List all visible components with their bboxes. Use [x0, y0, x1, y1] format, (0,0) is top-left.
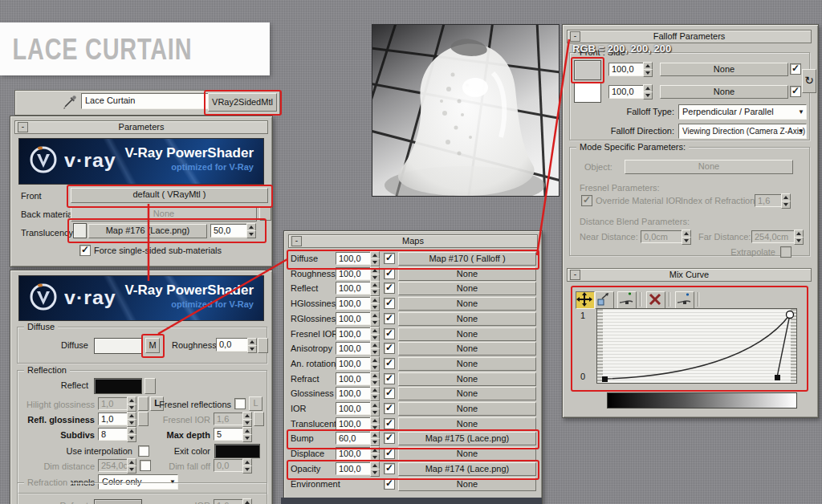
- maps-enable-checkbox[interactable]: [384, 433, 395, 444]
- falloff-front-map-button[interactable]: None: [660, 63, 788, 76]
- swap-colors-button[interactable]: ↻: [802, 69, 816, 93]
- maps-map-button[interactable]: Map #174 (Lace.png): [398, 462, 536, 476]
- maps-amount-field[interactable]: 100,0: [336, 342, 374, 355]
- maps-amount-field[interactable]: 100,0: [336, 297, 374, 310]
- far-distance-spinner[interactable]: [794, 230, 804, 244]
- parameters-rollout-header[interactable]: - Parameters: [14, 120, 268, 134]
- refl-glossiness-field[interactable]: 1,0: [98, 413, 131, 425]
- maps-enable-checkbox[interactable]: [384, 328, 395, 339]
- maps-map-button[interactable]: None: [398, 387, 536, 400]
- falloff-side-amount[interactable]: 100,0: [608, 85, 647, 99]
- maps-enable-checkbox[interactable]: [384, 388, 395, 399]
- maps-enable-checkbox[interactable]: [384, 253, 395, 264]
- maps-map-button[interactable]: None: [398, 312, 536, 326]
- maps-enable-checkbox[interactable]: [384, 418, 395, 429]
- maps-amount-field[interactable]: 100,0: [336, 252, 374, 265]
- fresnel-ior-field[interactable]: 1,6: [214, 413, 246, 425]
- maps-enable-checkbox[interactable]: [384, 268, 395, 279]
- far-distance-field[interactable]: 254,0cm: [751, 230, 798, 243]
- maps-amount-spinner[interactable]: [370, 311, 380, 326]
- fresnel-ior-spinner[interactable]: [242, 412, 252, 426]
- scale-point-icon[interactable]: [595, 291, 614, 309]
- maps-map-button[interactable]: Map #175 (Lace.png): [398, 432, 536, 445]
- maps-amount-spinner[interactable]: [370, 296, 380, 311]
- maps-amount-spinner[interactable]: [370, 446, 380, 461]
- maps-amount-spinner[interactable]: [370, 372, 380, 386]
- add-point-icon[interactable]: [617, 291, 637, 309]
- max-depth-spinner[interactable]: [242, 427, 252, 441]
- roughness-map-mini-button[interactable]: [258, 338, 268, 353]
- maps-map-button[interactable]: None: [398, 297, 536, 311]
- maps-amount-field[interactable]: 100,0: [336, 372, 374, 385]
- maps-map-button[interactable]: None: [398, 372, 536, 386]
- fresnel-reflections-checkbox[interactable]: [234, 398, 246, 409]
- maps-map-button[interactable]: None: [398, 357, 536, 371]
- translucency-amount-field[interactable]: 50,0: [210, 224, 247, 238]
- maps-map-button[interactable]: None: [398, 402, 536, 416]
- use-interpolation-checkbox[interactable]: [138, 445, 149, 457]
- reflect-color-swatch[interactable]: [94, 378, 142, 394]
- maps-map-button[interactable]: None: [398, 267, 536, 281]
- maps-amount-field[interactable]: 100,0: [336, 282, 374, 295]
- front-material-button[interactable]: default ( VRayMtl ): [71, 188, 268, 203]
- subdivs-spinner[interactable]: [127, 427, 136, 441]
- maps-amount-spinner[interactable]: [370, 266, 380, 281]
- diffuse-color-swatch[interactable]: [94, 338, 142, 354]
- maps-amount-field[interactable]: 100,0: [336, 327, 374, 340]
- maps-map-button[interactable]: None: [398, 342, 536, 356]
- collapse-icon[interactable]: -: [570, 270, 580, 280]
- maps-enable-checkbox[interactable]: [384, 403, 395, 414]
- roughness-field[interactable]: 0,0: [216, 338, 251, 352]
- delete-point-icon[interactable]: [646, 291, 665, 309]
- collapse-icon[interactable]: -: [570, 31, 580, 42]
- falloff-front-amount[interactable]: 100,0: [608, 63, 647, 76]
- maps-enable-checkbox[interactable]: [384, 298, 395, 309]
- refract-color-swatch[interactable]: [94, 499, 142, 504]
- extrapolate-checkbox[interactable]: [780, 246, 791, 258]
- reflect-map-mini-button[interactable]: [144, 378, 156, 394]
- maps-amount-field[interactable]: 100,0: [336, 387, 374, 400]
- translucency-map-button[interactable]: Map #176 (Lace.png): [88, 224, 207, 238]
- maps-enable-checkbox[interactable]: [384, 463, 395, 474]
- maps-enable-checkbox[interactable]: [384, 358, 395, 369]
- maps-enable-checkbox[interactable]: [384, 373, 395, 384]
- falloff-front-checkbox[interactable]: [790, 63, 801, 75]
- maps-amount-field[interactable]: 100,0: [336, 357, 374, 370]
- dim-falloff-spinner[interactable]: [242, 458, 252, 473]
- near-distance-spinner[interactable]: [682, 230, 691, 244]
- maps-map-button[interactable]: Map #170 ( Falloff ): [398, 252, 536, 266]
- maps-amount-field[interactable]: 100,0: [336, 417, 374, 430]
- dim-distance-field[interactable]: 254,0c: [98, 459, 131, 472]
- refl-glossiness-spinner[interactable]: [127, 412, 136, 426]
- maps-amount-spinner[interactable]: [370, 417, 380, 431]
- refraction-ior-field[interactable]: 1,6: [214, 499, 246, 504]
- maps-map-button[interactable]: None: [398, 282, 536, 295]
- falloff-side-checkbox[interactable]: [790, 86, 801, 97]
- refraction-ior-spinner[interactable]: [242, 498, 252, 504]
- hilight-glossiness-mini-button[interactable]: [138, 396, 149, 411]
- subdivs-field[interactable]: 8: [98, 428, 131, 441]
- refl-glossiness-mini-button[interactable]: [138, 412, 149, 426]
- maps-amount-spinner[interactable]: [370, 327, 380, 341]
- mix-curve-rollout-header[interactable]: - Mix Curve: [567, 268, 812, 282]
- maps-map-button[interactable]: None: [398, 447, 536, 461]
- move-point-icon[interactable]: [576, 291, 595, 309]
- fresnel-ior-mini-button[interactable]: [254, 412, 264, 426]
- maps-map-button[interactable]: None: [398, 417, 536, 431]
- roughness-spinner[interactable]: [247, 338, 257, 352]
- falloff-side-swatch[interactable]: [574, 83, 601, 103]
- maps-map-button[interactable]: None: [398, 327, 536, 341]
- mix-curve-plot[interactable]: [596, 308, 797, 384]
- reset-curve-icon[interactable]: [675, 291, 694, 309]
- index-of-refraction-spinner[interactable]: [781, 193, 791, 208]
- near-distance-field[interactable]: 0,0cm: [641, 230, 686, 243]
- maps-enable-checkbox[interactable]: [384, 343, 395, 354]
- falloff-front-spinner[interactable]: [643, 62, 653, 76]
- back-material-mini-button[interactable]: [259, 207, 271, 221]
- dim-distance-spinner[interactable]: [127, 458, 136, 473]
- maps-enable-checkbox[interactable]: [384, 313, 395, 324]
- falloff-rollout-header[interactable]: - Falloff Parameters: [567, 30, 812, 43]
- back-material-button[interactable]: None: [71, 207, 257, 222]
- maps-amount-spinner[interactable]: [370, 251, 380, 266]
- falloff-side-map-button[interactable]: None: [660, 85, 788, 99]
